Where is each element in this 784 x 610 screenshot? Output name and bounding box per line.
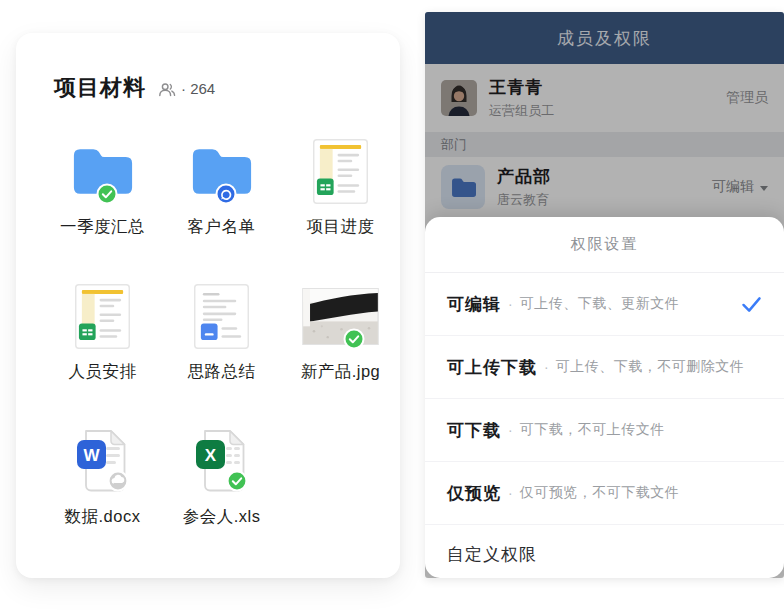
file-row: W 数据.docx X <box>43 425 400 528</box>
file-name: 一季度汇总 <box>60 216 145 238</box>
excel-file-icon: X <box>195 429 249 493</box>
synced-check-badge-icon <box>343 328 365 350</box>
file-tile[interactable]: W 数据.docx <box>43 425 162 528</box>
file-tile[interactable]: 新产品.jpg <box>281 280 400 383</box>
selected-check-icon <box>741 296 762 313</box>
svg-text:X: X <box>204 446 216 465</box>
file-tile[interactable]: 思路总结 <box>162 280 281 383</box>
file-tile[interactable]: X 参会人.xls <box>162 425 281 528</box>
file-tile[interactable]: 项目进度 <box>281 135 400 238</box>
file-name: 人员安排 <box>69 361 137 383</box>
card-header: 项目材料 · 264 <box>16 33 400 103</box>
permission-option-custom[interactable]: 自定义权限 <box>425 525 784 578</box>
members-permissions-panel: 成员及权限 王青青 运营组员工 管理员 部门 产品部 唐云教 <box>425 12 784 578</box>
permission-option-download[interactable]: 可下载 · 可下载，不可上传文件 <box>425 399 784 462</box>
people-icon <box>158 82 176 97</box>
file-grid: 一季度汇总 客户名单 <box>16 103 400 528</box>
file-name: 思路总结 <box>188 361 256 383</box>
svg-text:W: W <box>83 446 100 465</box>
permission-option-editable[interactable]: 可编辑 · 可上传、下载、更新文件 <box>425 273 784 336</box>
modal-title: 权限设置 <box>425 217 784 273</box>
file-tile[interactable]: 客户名单 <box>162 135 281 238</box>
page-title: 项目材料 <box>54 73 146 103</box>
file-row: 一季度汇总 客户名单 <box>43 135 400 238</box>
sheet-document-icon <box>313 139 368 204</box>
synced-check-badge-icon <box>96 183 118 205</box>
photo-thumbnail <box>302 288 379 345</box>
permission-settings-modal: 权限设置 可编辑 · 可上传、下载、更新文件 可上传下载 · 可上传、下载，不可… <box>425 217 784 578</box>
sync-badge-icon <box>215 183 237 205</box>
project-materials-card: 项目材料 · 264 <box>16 33 400 578</box>
file-tile[interactable]: 人员安排 <box>43 280 162 383</box>
file-row: 人员安排 思路总 <box>43 280 400 383</box>
note-document-icon <box>194 284 249 349</box>
word-file-icon: W <box>76 429 130 493</box>
file-name: 项目进度 <box>307 216 375 238</box>
member-count-label: · 264 <box>181 80 215 97</box>
file-name: 新产品.jpg <box>301 361 381 383</box>
permission-option-upload-download[interactable]: 可上传下载 · 可上传、下载，不可删除文件 <box>425 336 784 399</box>
file-tile[interactable]: 一季度汇总 <box>43 135 162 238</box>
file-name: 数据.docx <box>65 506 141 528</box>
permission-option-preview-only[interactable]: 仅预览 · 仅可预览，不可下载文件 <box>425 462 784 525</box>
member-count[interactable]: · 264 <box>158 80 215 97</box>
sheet-document-icon <box>75 284 130 349</box>
file-name: 客户名单 <box>188 216 256 238</box>
file-name: 参会人.xls <box>183 506 261 528</box>
